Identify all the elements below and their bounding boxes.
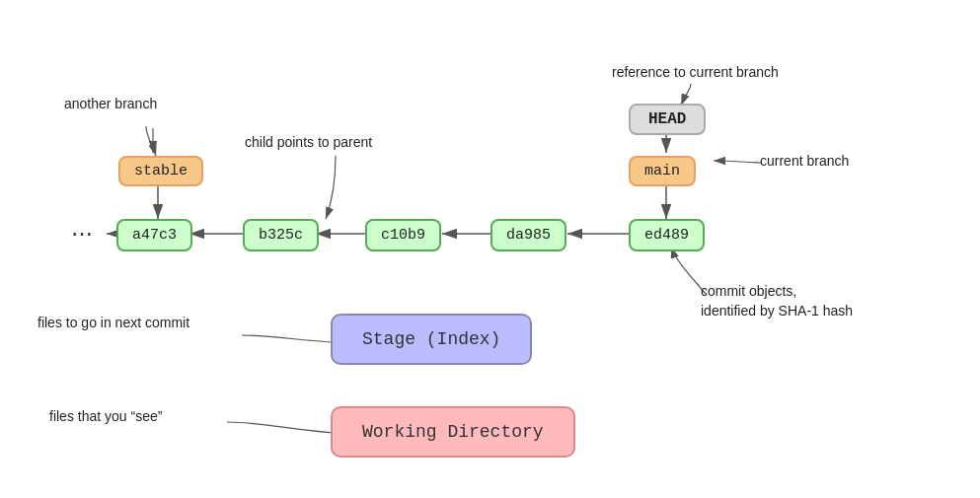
annotation-commit-objects: commit objects,identified by SHA-1 hash bbox=[701, 282, 853, 320]
diagram: ⋯ a47c3 b325c c10b9 da985 ed489 stable m… bbox=[0, 0, 980, 498]
commit-ed489: ed489 bbox=[629, 219, 705, 251]
stage-box: Stage (Index) bbox=[331, 314, 532, 365]
working-directory-box: Working Directory bbox=[331, 406, 575, 458]
annotation-current-branch: current branch bbox=[760, 152, 849, 172]
commit-c10b9: c10b9 bbox=[365, 219, 441, 251]
annotation-another-branch: another branch bbox=[64, 95, 157, 114]
annotation-files-see: files that you “see” bbox=[49, 407, 162, 427]
commit-a47c3: a47c3 bbox=[116, 219, 192, 251]
commit-b325c: b325c bbox=[243, 219, 319, 251]
annotation-files-next-commit: files to go in next commit bbox=[38, 314, 189, 333]
branch-main: main bbox=[629, 156, 696, 186]
head-box: HEAD bbox=[629, 104, 706, 135]
annotation-child-points: child points to parent bbox=[245, 133, 372, 153]
dots: ⋯ bbox=[71, 221, 93, 247]
annotation-ref-current-branch: reference to current branch bbox=[612, 63, 779, 83]
branch-stable: stable bbox=[118, 156, 203, 186]
commit-da985: da985 bbox=[490, 219, 566, 251]
